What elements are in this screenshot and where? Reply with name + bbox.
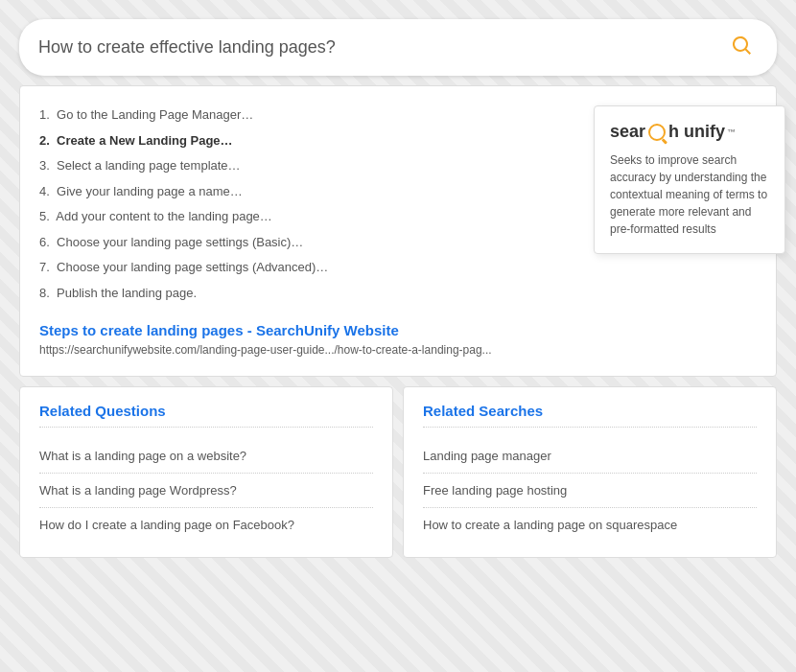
related-questions-title: Related Questions — [39, 403, 373, 428]
bottom-row: Related Questions What is a landing page… — [19, 386, 777, 558]
step-7: 7. Choose your landing page settings (Ad… — [39, 258, 584, 277]
step-8: 8. Publish the landing page. — [39, 284, 584, 303]
main-container: 1. Go to the Landing Page Manager… 2. Cr… — [19, 19, 777, 558]
info-box-description: Seeks to improve search accuracy by unde… — [610, 151, 769, 238]
related-searches-title: Related Searches — [423, 403, 757, 428]
search-button[interactable] — [727, 31, 758, 64]
step-2: 2. Create a New Landing Page… — [39, 131, 584, 151]
search-bar — [19, 19, 777, 76]
main-result-card: 1. Go to the Landing Page Manager… 2. Cr… — [19, 85, 777, 377]
related-search-2[interactable]: Free landing page hosting — [423, 474, 757, 508]
search-input[interactable] — [38, 37, 727, 58]
related-search-3[interactable]: How to create a landing page on squaresp… — [423, 508, 757, 542]
info-box: searh unify™ Seeks to improve search acc… — [594, 105, 785, 254]
related-questions-panel: Related Questions What is a landing page… — [19, 386, 393, 558]
related-searches-panel: Related Searches Landing page manager Fr… — [403, 386, 777, 558]
result-steps: 1. Go to the Landing Page Manager… 2. Cr… — [39, 105, 584, 309]
related-question-1[interactable]: What is a landing page on a website? — [39, 439, 373, 474]
result-link: Steps to create landing pages - SearchUn… — [39, 322, 757, 357]
step-5: 5. Add your content to the landing page… — [39, 207, 584, 226]
searchunify-logo: searh unify™ — [610, 122, 769, 142]
step-3: 3. Select a landing page template… — [39, 156, 584, 175]
related-question-3[interactable]: How do I create a landing page on Facebo… — [39, 508, 373, 542]
step-6: 6. Choose your landing page settings (Ba… — [39, 233, 584, 252]
related-search-1[interactable]: Landing page manager — [423, 439, 757, 474]
step-4: 4. Give your landing page a name… — [39, 182, 584, 201]
result-url: https://searchunifywebsite.com/landing-p… — [39, 343, 757, 357]
result-link-anchor[interactable]: Steps to create landing pages - SearchUn… — [39, 322, 399, 338]
step-1: 1. Go to the Landing Page Manager… — [39, 105, 584, 125]
search-icon — [731, 35, 754, 58]
related-question-2[interactable]: What is a landing page Wordpress? — [39, 474, 373, 508]
logo-search-icon — [648, 124, 666, 141]
